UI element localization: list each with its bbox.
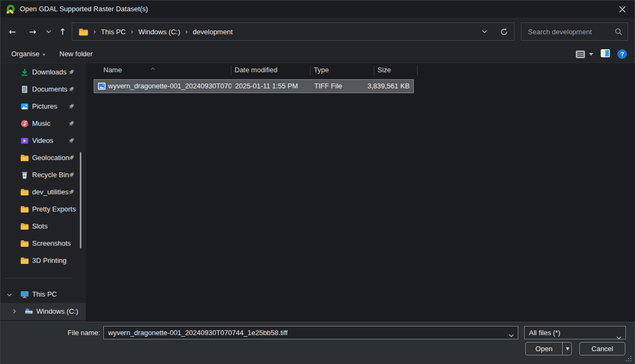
qgis-logo-icon <box>6 4 16 14</box>
column-separator[interactable] <box>231 65 231 75</box>
details-view-button[interactable] <box>576 50 593 58</box>
pin-icon <box>67 103 75 110</box>
back-button[interactable]: ← <box>4 23 21 40</box>
up-button[interactable]: ↑ <box>54 23 71 40</box>
sidebar-item-pictures[interactable]: Pictures <box>1 98 86 115</box>
folder-icon <box>79 28 88 36</box>
close-button[interactable] <box>610 1 634 18</box>
sidebar-item-label: Pretty Exports <box>32 201 76 218</box>
chevron-down-icon[interactable] <box>509 331 514 339</box>
sidebar-item-windows-c[interactable]: Windows (C:) <box>1 303 86 320</box>
sidebar-item-music[interactable]: Music <box>1 115 86 132</box>
file-date-modified: 2025-01-11 1:55 PM <box>235 80 298 93</box>
pin-icon <box>67 86 75 93</box>
search-box <box>521 22 628 41</box>
file-type-select[interactable]: All files (*) <box>524 326 626 339</box>
file-type: TIFF File <box>314 80 342 93</box>
sidebar-divider <box>5 278 72 278</box>
sidebar-item-label: This PC <box>32 286 57 303</box>
column-separator[interactable] <box>310 65 311 75</box>
sidebar-item-label: Screenshots <box>32 235 71 252</box>
breadcrumb-chevron-icon: › <box>180 27 193 36</box>
column-separator[interactable] <box>374 65 374 75</box>
folder-icon <box>20 188 29 196</box>
sidebar-item-slots[interactable]: Slots <box>1 218 86 235</box>
breadcrumb-windows-c[interactable]: Windows (C:) <box>138 28 180 36</box>
open-button-label: Open <box>526 343 562 355</box>
split-button-divider <box>562 343 563 355</box>
column-header-type[interactable]: Type <box>314 63 373 77</box>
search-icon[interactable] <box>615 28 623 36</box>
file-size: 3,839,561 KB <box>367 80 410 93</box>
search-input[interactable] <box>521 23 628 40</box>
title-bar: Open GDAL Supported Raster Dataset(s) <box>1 1 634 18</box>
address-dropdown-chevron-icon[interactable] <box>475 23 494 40</box>
file-name-label: File name: <box>54 322 100 343</box>
command-toolbar: Organise▾ New folder ? <box>1 46 634 63</box>
column-header-size[interactable]: Size <box>377 63 415 77</box>
new-folder-button[interactable]: New folder <box>59 46 93 63</box>
sidebar-item-label: 3D Printing <box>32 252 66 269</box>
chevron-down-icon: ▾ <box>43 52 46 57</box>
breadcrumb-development[interactable]: development <box>193 28 232 36</box>
window-title: Open GDAL Supported Raster Dataset(s) <box>20 1 148 18</box>
forward-button[interactable]: → <box>24 23 41 40</box>
breadcrumb-chevron-icon: › <box>126 27 139 36</box>
sidebar-item-recycle-bin[interactable]: Recycle Bin <box>1 166 86 184</box>
file-type-value: All files (*) <box>529 329 561 337</box>
breadcrumb-this-pc[interactable]: This PC <box>101 28 126 36</box>
chevron-down-icon <box>589 53 593 56</box>
chevron-expanded-icon[interactable] <box>5 290 13 299</box>
sidebar-item-label: Videos <box>32 132 54 149</box>
pin-icon <box>67 120 75 127</box>
file-name-input[interactable] <box>104 327 518 339</box>
column-separator[interactable] <box>417 65 418 75</box>
sidebar-item-label: Geolocation <box>32 149 69 166</box>
address-bar[interactable]: › This PC › Windows (C:) › development <box>72 22 515 41</box>
new-folder-label: New folder <box>59 50 93 58</box>
pin-icon <box>67 188 75 196</box>
refresh-button[interactable] <box>494 23 514 40</box>
sidebar-item-this-pc[interactable]: This PC <box>1 286 86 303</box>
folder-icon <box>20 205 29 214</box>
pin-icon <box>67 154 75 162</box>
file-list: Name Date modified Type Size wyvern_drag… <box>86 63 635 322</box>
open-dropdown-chevron-icon[interactable]: ▼ <box>563 343 572 355</box>
sidebar-item-label: Music <box>32 115 50 132</box>
sidebar-scrollbar[interactable] <box>80 152 81 248</box>
sort-ascending-icon <box>150 64 155 72</box>
pin-icon <box>67 171 75 179</box>
folder-icon <box>20 256 29 265</box>
cancel-button[interactable]: Cancel <box>579 342 625 355</box>
preview-pane-button[interactable] <box>601 49 610 59</box>
dialog-footer: File name: All files (*) Open ▼ Cancel <box>1 322 634 364</box>
organise-button[interactable]: Organise▾ <box>11 46 45 63</box>
sidebar-item-videos[interactable]: Videos <box>1 132 86 149</box>
sidebar-item-label: Recycle Bin <box>32 166 69 184</box>
column-header-name[interactable]: Name <box>103 63 226 77</box>
sidebar-item-3d-printing[interactable]: 3D Printing <box>1 252 86 269</box>
recycle-bin-icon <box>20 171 29 179</box>
sidebar-item-geolocation[interactable]: Geolocation <box>1 149 86 166</box>
help-button[interactable]: ? <box>617 49 627 59</box>
sidebar-item-downloads[interactable]: Downloads <box>1 64 86 81</box>
chevron-collapsed-icon[interactable] <box>10 307 19 316</box>
sidebar-item-pretty-exports[interactable]: Pretty Exports <box>1 201 86 218</box>
folder-icon <box>20 239 29 248</box>
navigation-pane: Downloads Documents Pictures Music Video… <box>1 63 86 322</box>
drive-icon <box>25 307 33 316</box>
file-row-selected[interactable]: wyvern_dragonette-001_20240930T07074... … <box>94 79 414 93</box>
pin-icon <box>67 69 75 76</box>
music-icon <box>20 119 29 128</box>
sidebar-item-label: Downloads <box>32 64 66 81</box>
downloads-icon <box>20 68 29 77</box>
open-button[interactable]: Open ▼ <box>525 342 572 355</box>
resize-grip[interactable] <box>626 356 632 362</box>
sidebar-item-dev-utilities[interactable]: dev_utilities <box>1 184 86 201</box>
sidebar-item-documents[interactable]: Documents <box>1 81 86 98</box>
sidebar-item-screenshots[interactable]: Screenshots <box>1 235 86 252</box>
open-raster-dialog: Open GDAL Supported Raster Dataset(s) ← … <box>0 0 635 364</box>
sidebar-item-label: dev_utilities <box>32 184 69 201</box>
column-header-date-modified[interactable]: Date modified <box>235 63 309 77</box>
pin-icon <box>67 137 75 145</box>
